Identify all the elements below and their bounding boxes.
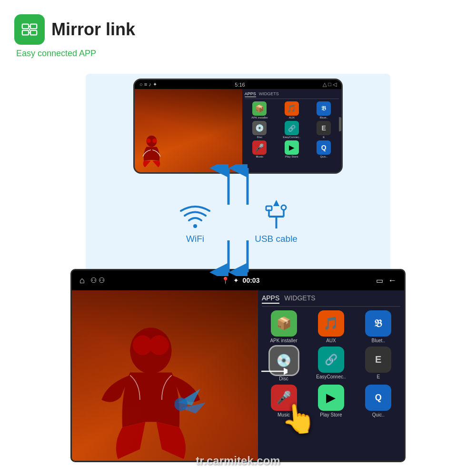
e-icon: E — [317, 121, 331, 135]
phone-status-right: △ □ ◁ — [323, 81, 337, 88]
disc-label: Disc — [257, 136, 263, 139]
mirror-link-icon-bg — [14, 14, 45, 45]
car-aux-label: AUX — [326, 338, 336, 343]
phone-app-apk: 📦 APK installer — [245, 101, 275, 119]
phone-statusbar: ○ ≡ ♪ ✦ 5:16 △ □ ◁ — [135, 80, 341, 89]
car-apps-tab[interactable]: APPS — [262, 294, 279, 304]
car-play-label: Play Store — [320, 412, 342, 417]
mirror-link-icon — [20, 20, 39, 39]
phone-app-bt: 𝔅 Bluet.. — [309, 101, 339, 119]
phone-device: ○ ≡ ♪ ✦ 5:16 △ □ ◁ APPS WIDGETS — [133, 79, 343, 174]
phone-app-music: 🎤 Music — [245, 140, 275, 158]
car-aux-icon: 🎵 — [318, 310, 344, 337]
phone-widgets-tab: WIDGETS — [259, 91, 279, 97]
svg-point-28 — [149, 335, 169, 355]
phone-time: 5:16 — [235, 82, 245, 88]
svg-point-29 — [174, 397, 188, 411]
car-bt-app-icon: 𝔅 — [365, 310, 391, 337]
disc-icon: 💿 — [252, 121, 267, 135]
down-arrows-svg — [205, 238, 271, 276]
car-easy-label: EasyConnec.. — [316, 374, 346, 379]
phone-content: APPS WIDGETS 📦 APK installer 🎵 AUX 𝔅 Blu… — [135, 89, 341, 172]
car-app-bt[interactable]: 𝔅 Bluet.. — [357, 310, 400, 343]
car-easy-icon: 🔗 — [318, 347, 344, 373]
phone-tabs: APPS WIDGETS — [245, 91, 339, 99]
car-app-quic[interactable]: Q Quic.. — [357, 385, 400, 417]
car-apk-icon: 📦 — [271, 310, 297, 337]
phone-apps-grid: 📦 APK installer 🎵 AUX 𝔅 Bluet.. 💿 Disc 🔗 — [245, 101, 339, 158]
phone-app-easy: 🔗 EasyConnec.. — [277, 121, 307, 139]
svg-point-9 — [152, 139, 157, 143]
mirror-link-title: Mirror link — [51, 20, 135, 40]
car-tabs: APPS WIDGETS — [262, 294, 400, 307]
phone-side-button — [339, 117, 341, 131]
svg-marker-21 — [273, 200, 279, 206]
svg-point-8 — [147, 139, 151, 143]
phone-app-aux: 🎵 AUX — [277, 101, 307, 119]
phone-app-disc: 💿 Disc — [245, 121, 275, 139]
connection-icons-row: WiFi USB cable — [157, 198, 319, 244]
e-label: E — [323, 136, 325, 139]
play-label: Play Store — [285, 155, 298, 158]
header-section: Mirror link Easy connected APP — [14, 14, 135, 59]
phone-video-area — [135, 89, 242, 172]
car-video-area — [72, 290, 258, 461]
car-home-icon: ⌂ — [79, 276, 85, 286]
phone-apps-area: APPS WIDGETS 📦 APK installer 🎵 AUX 𝔅 Blu… — [242, 89, 341, 172]
phone-app-e: E E — [309, 121, 339, 139]
phone-apps-tab: APPS — [245, 91, 256, 97]
aux-label: AUX — [289, 116, 295, 119]
svg-point-14 — [193, 224, 197, 228]
svg-rect-1 — [30, 24, 37, 29]
car-quic-label: Quic.. — [372, 412, 385, 417]
car-status-right: ▭ ← — [376, 276, 397, 286]
car-back-icon: ← — [388, 276, 397, 286]
music-icon: 🎤 — [252, 140, 267, 155]
svg-rect-19 — [266, 206, 272, 210]
svg-rect-0 — [22, 24, 29, 29]
car-play-icon: ▶ — [318, 385, 344, 411]
car-app-apk[interactable]: 📦 APK installer — [262, 310, 306, 343]
aux-icon: 🎵 — [285, 101, 299, 116]
apk-label: APK installer — [251, 116, 268, 119]
car-location-icon: 📍 — [221, 277, 229, 284]
bt-label: Bluet.. — [320, 116, 328, 119]
car-apps-panel: APPS WIDGETS 📦 APK installer 🎵 AUX 𝔅 Blu… — [258, 290, 404, 461]
music-label: Music — [256, 155, 264, 158]
spiderman-large-icon — [72, 312, 235, 461]
quic-icon: Q — [317, 140, 331, 155]
phone-status-left: ○ ≡ ♪ ✦ — [139, 81, 157, 88]
car-window-icon: ▭ — [376, 276, 383, 285]
bt-icon: 𝔅 — [317, 101, 331, 116]
car-bt-icon: ✦ — [233, 277, 239, 284]
wifi-icon — [178, 202, 212, 231]
car-status-left: ⌂ ⚇ ⚇ — [79, 276, 105, 286]
spiderman-small-icon — [139, 134, 165, 170]
svg-rect-3 — [22, 30, 29, 35]
car-time: 00:03 — [243, 277, 260, 284]
usb-connection: USB cable — [255, 198, 298, 244]
car-quic-icon: Q — [365, 385, 391, 411]
car-bt-label: Bluet.. — [372, 338, 385, 343]
svg-rect-4 — [30, 30, 37, 35]
car-app-aux[interactable]: 🎵 AUX — [309, 310, 353, 343]
quic-label: Quic.. — [320, 155, 327, 158]
usb-icon — [263, 198, 289, 231]
wifi-label: WiFi — [186, 234, 204, 244]
hand-pointer-icon: 👆 — [279, 400, 318, 437]
car-app-e[interactable]: E E — [357, 347, 400, 381]
car-e-icon: E — [365, 347, 391, 373]
car-app-easy[interactable]: 🔗 EasyConnec.. — [309, 347, 353, 381]
car-e-label: E — [377, 374, 380, 379]
mirror-link-row: Mirror link — [14, 14, 135, 45]
car-stereo-content: APPS WIDGETS 📦 APK installer 🎵 AUX 𝔅 Blu… — [72, 290, 404, 461]
apk-icon: 📦 — [252, 101, 267, 116]
car-widgets-tab[interactable]: WIDGETS — [284, 294, 315, 304]
car-apk-label: APK installer — [270, 338, 297, 343]
phone-app-quic: Q Quic.. — [309, 140, 339, 158]
easy-connected-subtitle: Easy connected APP — [16, 49, 135, 59]
easy-icon: 🔗 — [285, 121, 299, 135]
easy-label: EasyConnec.. — [283, 136, 300, 139]
car-usb-icon: ⚇ ⚇ — [90, 276, 105, 285]
play-icon: ▶ — [285, 140, 299, 155]
